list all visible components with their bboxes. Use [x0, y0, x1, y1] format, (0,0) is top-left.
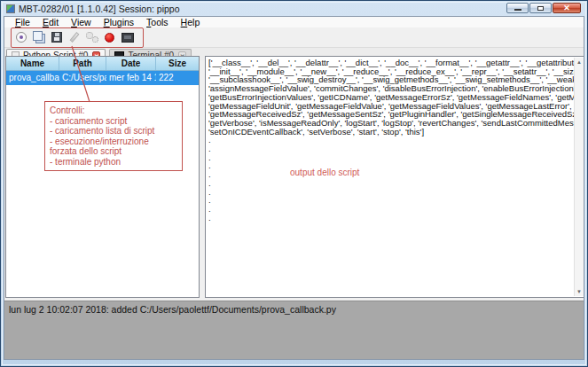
load-script-button[interactable]: [13, 30, 28, 45]
column-header-path[interactable]: Path: [59, 57, 106, 70]
table-row-selected[interactable]: prova_callbac.. C:/Users/paol.. mer feb …: [6, 71, 199, 85]
cell-date: mer feb 14 16..: [106, 71, 156, 85]
save-button[interactable]: [49, 30, 64, 45]
script-file-panel: Name Path Date Size prova_callbac.. C:/U…: [5, 56, 200, 298]
column-header-name[interactable]: Name: [6, 57, 59, 70]
cell-path: C:/Users/paol..: [59, 71, 106, 85]
menu-view[interactable]: View: [65, 17, 98, 27]
close-button[interactable]: ✕: [553, 3, 581, 13]
toolbar: [4, 27, 584, 48]
controls-annotation-note: Controlli: - caricamento script - carica…: [44, 101, 183, 171]
run-record-button[interactable]: [102, 30, 117, 45]
application-window: MBT-0282/01 [1.1.0.42] Session: pippo ✕ …: [0, 0, 588, 367]
edit-script-button[interactable]: [67, 30, 82, 45]
table-header-row: Name Path Date Size: [6, 57, 199, 71]
controls-note-title: Controlli:: [50, 105, 177, 116]
window-title: MBT-0282/01 [1.1.0.42] Session: pippo: [19, 4, 180, 14]
menu-help[interactable]: Help: [175, 17, 207, 27]
cell-size: 222: [156, 71, 199, 85]
column-header-date[interactable]: Date: [106, 57, 156, 70]
scroll-up-icon[interactable]: ▲: [575, 58, 584, 66]
app-icon: [6, 4, 15, 13]
client-area: File Edit View Plugins Tools Help: [4, 16, 584, 360]
status-message: lun lug 2 10:02:07 2018: added C:/Users/…: [9, 304, 336, 315]
script-output-text: ['__class__', '__del__', '__delattr__', …: [208, 59, 574, 222]
load-script-list-button[interactable]: [31, 30, 46, 45]
window-controls: ✕: [506, 3, 581, 13]
window-frame: MBT-0282/01 [1.1.0.42] Session: pippo ✕ …: [0, 0, 588, 367]
controls-note-body: - caricamento script - caricamento lista…: [50, 116, 177, 168]
close-icon: ✕: [553, 4, 580, 12]
maximize-button[interactable]: [529, 3, 552, 13]
load-script-icon: [16, 32, 27, 43]
terminal-button[interactable]: [120, 30, 135, 45]
settings-gears-icon: [86, 32, 98, 43]
edit-script-icon: [69, 32, 79, 43]
toolbar-separator: [143, 31, 144, 44]
menu-edit[interactable]: Edit: [36, 17, 65, 27]
column-header-size[interactable]: Size: [156, 57, 199, 70]
terminal-icon: [122, 33, 134, 43]
menu-plugins[interactable]: Plugins: [98, 17, 140, 27]
menu-tools[interactable]: Tools: [140, 17, 175, 27]
output-scrollbar[interactable]: ▲ ▼: [574, 58, 584, 296]
scroll-down-icon[interactable]: ▼: [575, 287, 584, 296]
cell-name: prova_callbac..: [6, 71, 59, 85]
minimize-icon: [514, 9, 521, 11]
maximize-icon: [537, 6, 544, 11]
save-icon: [51, 32, 62, 43]
menu-file[interactable]: File: [9, 17, 36, 27]
record-run-icon: [105, 33, 114, 43]
copy-script-list-icon: [33, 31, 43, 41]
script-output-panel[interactable]: ['__class__', '__del__', '__delattr__', …: [205, 56, 584, 298]
settings-button[interactable]: [84, 30, 99, 45]
minimize-button[interactable]: [506, 3, 529, 13]
log-area: lun lug 2 10:02:07 2018: added C:/Users/…: [4, 301, 584, 359]
menu-bar: File Edit View Plugins Tools Help: [4, 17, 584, 27]
title-bar[interactable]: MBT-0282/01 [1.1.0.42] Session: pippo: [1, 1, 587, 16]
output-annotation-note: output dello script: [290, 168, 359, 177]
